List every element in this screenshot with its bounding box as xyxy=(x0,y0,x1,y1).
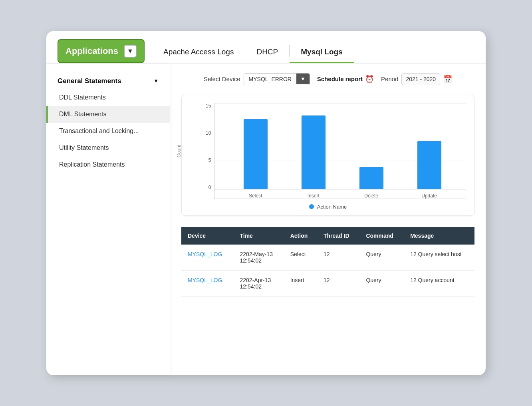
cell-thread-2: 12 xyxy=(317,270,359,296)
toolbar: Select Device MYSQL_ERROR ▼ Schedule rep… xyxy=(181,73,474,85)
sidebar-item-replication[interactable]: Replication Statements xyxy=(46,156,170,173)
device-select-value: MYSQL_ERROR xyxy=(244,74,296,85)
nav-tabs: Apache Access Logs DHCP Mysql Logs xyxy=(152,39,354,63)
device-select-dropdown-btn[interactable]: ▼ xyxy=(296,74,310,84)
app-dropdown[interactable]: Applications ▼ xyxy=(58,39,145,63)
chart-bars-area: Select Insert Delete xyxy=(214,103,466,199)
alarm-clock-icon: ⏰ xyxy=(365,75,374,84)
table-row: MYSQL_LOG 2202-May-13 12:54:02 Select 12… xyxy=(181,245,474,271)
schedule-report-button[interactable]: Schedule report ⏰ xyxy=(317,75,374,84)
sidebar-item-utility[interactable]: Utility Statements xyxy=(46,139,170,156)
cell-device-1: MYSQL_LOG xyxy=(181,245,233,271)
legend-dot-icon xyxy=(309,204,314,209)
bar-update-rect xyxy=(417,141,441,189)
chevron-down-icon: ▼ xyxy=(124,45,137,58)
main-content: General Statements ▼ DDL Statements DML … xyxy=(46,64,486,375)
col-command: Command xyxy=(359,227,404,245)
cell-message-1: 12 Query select host xyxy=(404,245,474,271)
col-action: Action xyxy=(284,227,317,245)
tab-dhcp[interactable]: DHCP xyxy=(245,44,289,63)
legend-label: Action Name xyxy=(317,204,347,210)
chart-body: Select Insert Delete xyxy=(214,103,466,199)
select-device-label: Select Device xyxy=(204,76,240,82)
sidebar-item-ddl[interactable]: DDL Statements xyxy=(46,89,170,106)
sidebar-caret-icon: ▼ xyxy=(153,78,159,84)
app-dropdown-label: Applications xyxy=(66,46,118,56)
cell-time-1: 2202-May-13 12:54:02 xyxy=(233,245,284,271)
sidebar-section-header[interactable]: General Statements ▼ xyxy=(46,73,170,89)
chart-card: Count 15 10 5 0 xyxy=(181,95,474,216)
main-card: Applications ▼ Apache Access Logs DHCP M… xyxy=(46,31,486,375)
bar-update-label: Update xyxy=(421,193,437,199)
top-nav: Applications ▼ Apache Access Logs DHCP M… xyxy=(46,31,486,64)
bars-container: Select Insert Delete xyxy=(218,103,466,199)
col-thread-id: Thread ID xyxy=(317,227,359,245)
bar-insert-rect xyxy=(302,115,326,189)
col-message: Message xyxy=(404,227,474,245)
schedule-report-label: Schedule report xyxy=(317,76,363,82)
sidebar: General Statements ▼ DDL Statements DML … xyxy=(46,64,170,375)
period-label: Period xyxy=(381,76,398,82)
cell-action-1: Select xyxy=(284,245,317,271)
calendar-icon[interactable]: 📅 xyxy=(443,75,452,84)
bar-delete-rect xyxy=(359,167,383,189)
right-panel: Select Device MYSQL_ERROR ▼ Schedule rep… xyxy=(170,64,486,375)
bar-update: Update xyxy=(417,141,441,199)
tab-apache-access-logs[interactable]: Apache Access Logs xyxy=(152,44,245,63)
bar-delete: Delete xyxy=(359,167,383,199)
cell-time-2: 2202-Apr-13 12:54:02 xyxy=(233,270,284,296)
bar-insert: Insert xyxy=(302,115,326,199)
cell-command-1: Query xyxy=(359,245,404,271)
table-row: MYSQL_LOG 2202-Apr-13 12:54:02 Insert 12… xyxy=(181,270,474,296)
bar-select: Select xyxy=(244,119,268,199)
y-axis-label: Count xyxy=(176,144,182,157)
device-link-2[interactable]: MYSQL_LOG xyxy=(188,277,222,283)
chart-wrapper: Count 15 10 5 0 xyxy=(190,103,466,199)
data-table: Device Time Action Thread ID Command Mes… xyxy=(181,227,474,297)
bar-select-rect xyxy=(244,119,268,189)
bar-select-label: Select xyxy=(249,193,262,199)
sidebar-section-label: General Statements xyxy=(58,77,121,85)
cell-device-2: MYSQL_LOG xyxy=(181,270,233,296)
cell-message-2: 12 Query account xyxy=(404,270,474,296)
y-axis: 15 10 5 0 xyxy=(206,103,214,199)
sidebar-item-dml[interactable]: DML Statements xyxy=(46,106,170,123)
sidebar-item-transactional[interactable]: Transactional and Locking... xyxy=(46,123,170,139)
bar-delete-label: Delete xyxy=(364,193,378,199)
device-selector-group: Select Device MYSQL_ERROR ▼ xyxy=(204,73,310,85)
table-header-row: Device Time Action Thread ID Command Mes… xyxy=(181,227,474,245)
device-link-1[interactable]: MYSQL_LOG xyxy=(188,251,222,257)
cell-action-2: Insert xyxy=(284,270,317,296)
chart-legend: Action Name xyxy=(190,204,466,210)
tab-mysql-logs[interactable]: Mysql Logs xyxy=(290,44,354,63)
period-value: 2021 - 2020 xyxy=(401,73,440,85)
cell-thread-1: 12 xyxy=(317,245,359,271)
data-table-container: Device Time Action Thread ID Command Mes… xyxy=(181,224,474,297)
bar-insert-label: Insert xyxy=(308,193,320,199)
period-group: Period 2021 - 2020 📅 xyxy=(381,73,452,85)
col-device: Device xyxy=(181,227,233,245)
device-select[interactable]: MYSQL_ERROR ▼ xyxy=(244,73,310,85)
cell-command-2: Query xyxy=(359,270,404,296)
col-time: Time xyxy=(233,227,284,245)
